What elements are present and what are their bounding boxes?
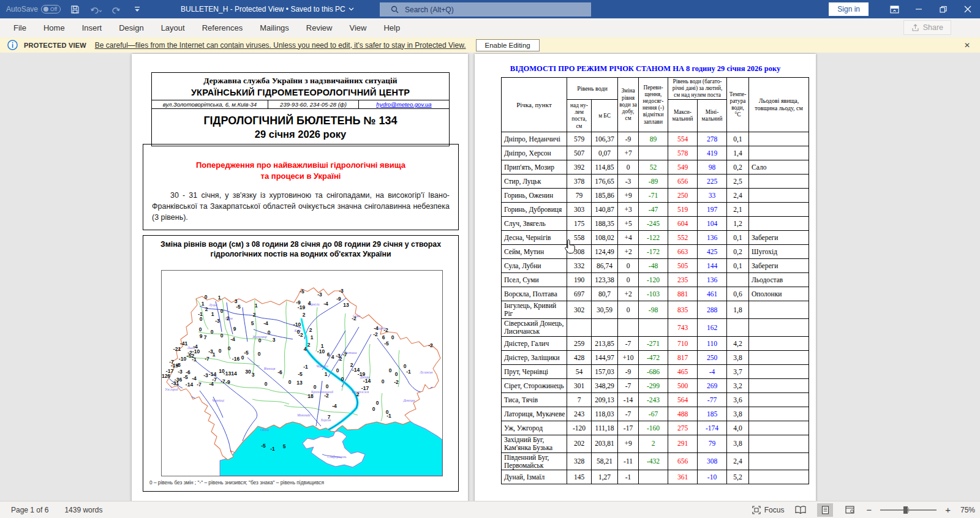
minimize-icon[interactable] — [907, 0, 931, 18]
map-point-value: 1 — [311, 334, 314, 340]
ribbon-display-options-icon[interactable] — [882, 0, 907, 18]
zoom-slider[interactable] — [880, 509, 937, 511]
map-point-value: -5 — [300, 288, 304, 295]
cell-t: 3,8 — [727, 407, 749, 421]
protected-view-message[interactable]: Be careful—files from the Internet can c… — [95, 41, 466, 50]
document-canvas[interactable]: Державна служба України з надзвичайних с… — [0, 53, 980, 501]
tab-help[interactable]: Help — [375, 18, 409, 37]
zoom-out-icon[interactable]: − — [866, 505, 872, 515]
map-point-value: -4 — [332, 403, 337, 409]
cell-t: 3,8 — [727, 435, 749, 452]
cell-t: 0,1 — [727, 132, 749, 146]
title-bar: AutoSave Off BULLETEN_H - Protected View… — [0, 0, 980, 18]
ukraine-map-svg: КиївЧернігівСумиХарківЛуганськДонецькЗап… — [162, 271, 442, 476]
banner-close-icon[interactable]: ✕ — [962, 40, 973, 51]
map-point-value: 0 — [200, 316, 203, 322]
cell-ice — [749, 392, 809, 407]
ribbon-tabs: FileHomeInsertDesignLayoutReferencesMail… — [5, 18, 409, 37]
map-point-value: -5 — [236, 304, 241, 310]
titlebar-right: Sign in — [829, 0, 980, 18]
table-row: Сейм, Мутин308124,49+2-1726634250,2Шугох… — [502, 245, 809, 259]
zoom-slider-handle[interactable] — [903, 506, 908, 514]
cell-exc: -245 — [639, 217, 668, 231]
share-button[interactable]: Share — [903, 20, 951, 35]
map-point-value: 0 — [376, 400, 379, 406]
cell-exc: -172 — [639, 245, 668, 259]
cell-d: +2 — [618, 245, 639, 259]
table-row: Західний Буг, Кам'янка Бузька202203,81+9… — [502, 435, 809, 452]
focus-mode-button[interactable]: Focus — [752, 506, 785, 514]
cell-exc: -243 — [639, 392, 668, 407]
cell-min: 79 — [698, 435, 727, 452]
print-layout-button[interactable] — [817, 503, 833, 517]
cell-name: Південний Буг, Первомайськ — [502, 452, 567, 470]
tab-view[interactable]: View — [341, 18, 375, 37]
read-mode-button[interactable] — [793, 503, 809, 517]
tab-layout[interactable]: Layout — [153, 18, 194, 37]
col-header-change: Зміна рівня води за добу, см — [618, 78, 639, 132]
org-address: вул.Золотоворітська, 6, м.Київ-34 — [152, 100, 268, 108]
autosave-toggle[interactable]: AutoSave Off — [6, 5, 61, 13]
sign-in-button[interactable]: Sign in — [829, 2, 869, 16]
word-count[interactable]: 1439 words — [64, 506, 102, 514]
cell-name: Сіверський Донець, Лисичанськ — [502, 319, 567, 337]
tab-review[interactable]: Review — [298, 18, 341, 37]
map-city-label: Чернівці — [212, 399, 224, 402]
tab-references[interactable]: References — [194, 18, 251, 37]
map-point-value: -4 — [323, 301, 328, 307]
map-point-value: 0 — [268, 329, 271, 336]
cell-t: 0,6 — [727, 287, 749, 301]
document-title[interactable]: BULLETEN_H - Protected View • Saved to t… — [181, 5, 354, 13]
cell-d: 0 — [618, 160, 639, 175]
enable-editing-button[interactable]: Enable Editing — [476, 39, 540, 51]
cell-name: Горинь, Оженин — [502, 189, 567, 203]
map-point-value: -2 — [394, 379, 399, 385]
tab-insert[interactable]: Insert — [74, 18, 111, 37]
cell-d: -7 — [618, 336, 639, 350]
focus-label: Focus — [764, 506, 785, 514]
restore-icon[interactable] — [931, 0, 956, 18]
cell-ice — [749, 452, 809, 470]
map-point-value: -21 — [173, 346, 181, 352]
cell-t: 1,4 — [727, 146, 749, 160]
cell-t — [727, 273, 749, 287]
map-point-value: -3 — [317, 291, 322, 298]
col-header-max: Макси-мальний — [668, 100, 698, 132]
bulletin-title: ГІДРОЛОГІЧНИЙ БЮЛЕТЕНЬ № 134 — [152, 114, 449, 127]
table-row: Стир, Луцьк378176,65-3-896562252,5 — [502, 175, 809, 189]
zoom-percentage[interactable]: 75% — [960, 506, 975, 514]
zoom-in-icon[interactable]: + — [945, 505, 951, 515]
cell-min: 144 — [698, 259, 727, 273]
undo-icon[interactable] — [89, 2, 102, 16]
cell-h: -120 — [567, 421, 592, 435]
tab-file[interactable]: File — [5, 18, 35, 37]
cell-min: 185 — [698, 407, 727, 421]
customize-quick-access-icon[interactable] — [130, 2, 144, 16]
col-header-min: Міні-мальний — [698, 100, 727, 132]
save-icon[interactable] — [68, 2, 81, 16]
redo-icon[interactable] — [110, 2, 123, 16]
cell-h: 175 — [567, 217, 592, 231]
cell-d: +7 — [618, 146, 639, 160]
cell-max: 250 — [668, 189, 698, 203]
tab-mailings[interactable]: Mailings — [251, 18, 298, 37]
document-title-text: BULLETEN_H - Protected View • Saved to t… — [181, 5, 345, 13]
tab-design[interactable]: Design — [110, 18, 152, 37]
cell-h: 332 — [567, 259, 592, 273]
page-indicator[interactable]: Page 1 of 6 — [11, 506, 48, 514]
search-input[interactable]: Search (Alt+Q) — [380, 2, 591, 17]
cell-bs: 58,21 — [592, 452, 618, 470]
cell-d: +5 — [618, 217, 639, 231]
cell-ice: Шугохід — [749, 245, 809, 259]
ribbon-tab-bar: FileHomeInsertDesignLayoutReferencesMail… — [0, 18, 980, 37]
web-layout-button[interactable] — [842, 503, 858, 517]
map-point-value: 0 — [341, 376, 344, 382]
col-header-m-bs: м БС — [592, 100, 618, 132]
cell-max: 465 — [668, 364, 698, 378]
cell-ice: Льодостав — [749, 273, 809, 287]
tab-home[interactable]: Home — [35, 18, 74, 37]
close-icon[interactable] — [956, 0, 980, 18]
map-point-value: -13 — [224, 370, 232, 377]
map-point-value: 0 — [395, 371, 398, 377]
org-email-link[interactable]: hydro@meteo.gov.ua — [359, 100, 449, 108]
